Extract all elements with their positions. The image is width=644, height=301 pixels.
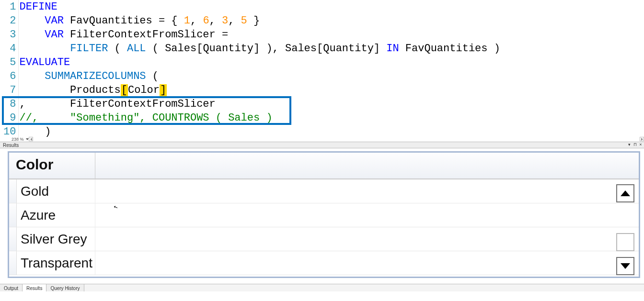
code-line[interactable]: VAR FilterContextFromSlicer = — [18, 28, 644, 42]
zoom-indicator[interactable]: 238 % — [12, 137, 29, 142]
cell-color[interactable]: Azure — [17, 203, 95, 227]
code-line[interactable]: FILTER ( ALL ( Sales[Quantity] ), Sales[… — [18, 42, 644, 56]
results-panel-title: Results — [3, 143, 19, 148]
code-line[interactable]: VAR FavQuantities = { 1, 6, 3, 5 } — [18, 14, 644, 28]
code-line[interactable]: DEFINE — [18, 0, 644, 14]
tab-query-history[interactable]: Query History — [46, 284, 84, 291]
chevron-down-icon — [621, 263, 630, 269]
table-row[interactable]: Azure — [9, 203, 639, 227]
results-panel-header: Results ▾ ⊓ × — [0, 142, 644, 148]
grid-vertical-scrollbar[interactable] — [616, 184, 635, 275]
line-number: 1 — [0, 0, 18, 14]
row-handle[interactable] — [9, 179, 17, 203]
code-line[interactable]: , FilterContextFromSlicer — [18, 97, 644, 111]
row-handle[interactable] — [9, 227, 17, 251]
line-number: 3 — [0, 28, 18, 42]
code-editor[interactable]: 1DEFINE2 VAR FavQuantities = { 1, 6, 3, … — [0, 0, 644, 142]
row-handle[interactable] — [9, 251, 17, 275]
table-row[interactable]: Transparent — [9, 251, 639, 275]
tab-results[interactable]: Results — [23, 284, 46, 291]
column-header-empty — [95, 153, 639, 178]
chevron-up-icon — [621, 190, 630, 196]
tab-output[interactable]: Output — [0, 284, 23, 291]
cell-color[interactable]: Transparent — [17, 251, 95, 275]
scroll-down-button[interactable] — [616, 257, 634, 275]
results-panel: Color GoldAzureSilver GreyTransparent ↖ — [0, 148, 644, 284]
panel-pin-icon[interactable]: ⊓ — [632, 142, 637, 147]
code-line[interactable]: EVALUATE — [18, 56, 644, 69]
line-number: 2 — [0, 14, 18, 28]
line-number: 4 — [0, 42, 18, 56]
scroll-up-button[interactable] — [616, 184, 634, 202]
scroll-left-button[interactable] — [29, 137, 33, 141]
scroll-thumb[interactable] — [616, 233, 634, 251]
line-number: 9 — [0, 111, 18, 125]
zoom-label: 238 % — [12, 137, 24, 142]
column-header-color[interactable]: Color — [9, 153, 95, 178]
scroll-right-button[interactable] — [640, 137, 644, 141]
horizontal-scrollbar[interactable] — [29, 137, 644, 142]
line-number: 6 — [0, 69, 18, 83]
table-row[interactable]: Silver Grey — [9, 227, 639, 251]
code-line[interactable]: Products[Color] — [18, 83, 644, 97]
grid-header-row: Color — [9, 153, 639, 179]
chevron-down-icon — [26, 138, 29, 140]
panel-dropdown-icon[interactable]: ▾ — [627, 142, 632, 147]
panel-close-icon[interactable]: × — [638, 142, 643, 147]
line-number: 7 — [0, 83, 18, 97]
table-row[interactable]: Gold — [9, 179, 639, 203]
line-number: 5 — [0, 56, 18, 69]
row-handle[interactable] — [9, 203, 17, 227]
results-grid[interactable]: Color GoldAzureSilver GreyTransparent ↖ — [8, 151, 640, 278]
line-number: 8 — [0, 97, 18, 111]
code-line[interactable]: SUMMARIZECOLUMNS ( — [18, 69, 644, 83]
bottom-tab-bar: Output Results Query History — [0, 284, 644, 291]
cell-color[interactable]: Gold — [17, 179, 95, 203]
cell-color[interactable]: Silver Grey — [17, 227, 95, 251]
code-line[interactable]: //, "Something", COUNTROWS ( Sales ) — [18, 111, 644, 125]
